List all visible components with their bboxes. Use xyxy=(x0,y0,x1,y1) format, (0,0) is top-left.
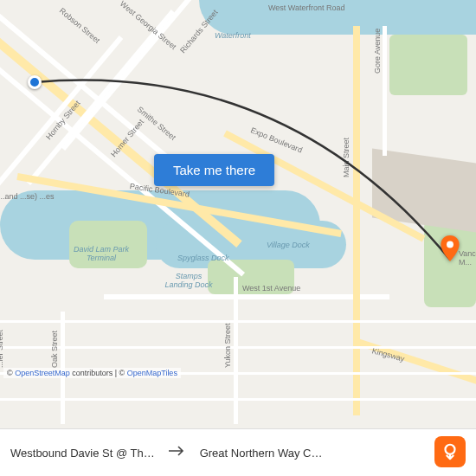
map-viewport[interactable]: Robson Street West Georgia Street West W… xyxy=(0,0,476,428)
label-falsecreek-side: ...and ...se) ...es xyxy=(0,192,55,203)
destination-marker[interactable] xyxy=(441,235,460,261)
label-waterfront-rd: West Waterfront Road xyxy=(268,3,345,12)
road-minor1 xyxy=(0,320,476,323)
road-minor2 xyxy=(0,346,476,349)
label-oak: Oak Street xyxy=(50,331,59,368)
osm-link[interactable]: OpenStreetMap xyxy=(15,369,70,377)
label-other: ...ler Street xyxy=(0,330,4,368)
map-attribution: © OpenStreetMap contributors | © OpenMap… xyxy=(3,368,181,378)
poi-davidlam: David Lam Park Terminal xyxy=(71,245,132,262)
label-yukon: Yukon Street xyxy=(223,323,232,368)
label-main: Main Street xyxy=(342,138,351,177)
svg-point-0 xyxy=(447,241,453,248)
label-richards: Richards Street xyxy=(178,8,220,55)
origin-label: Westbound Davie St @ Th… xyxy=(10,447,155,460)
label-w1st: West 1st Avenue xyxy=(242,284,300,293)
road-kingsway xyxy=(354,338,476,387)
road-main xyxy=(353,26,360,415)
road-yukon xyxy=(234,277,238,424)
label-robson: Robson Street xyxy=(58,6,102,45)
attrib-contrib: contributors | © xyxy=(70,369,127,377)
poi-stamps: Stamps Landing Dock xyxy=(163,272,215,289)
moovit-badge[interactable] xyxy=(434,436,466,467)
poi-spyglass: Spyglass Dock xyxy=(177,254,229,262)
route-summary-bar: Westbound Davie St @ Th… Great Northern … xyxy=(0,428,476,476)
origin-marker[interactable] xyxy=(28,75,42,89)
park-ne xyxy=(389,35,467,95)
take-me-there-button[interactable]: Take me there xyxy=(154,154,274,186)
label-waterfront: Waterfront xyxy=(215,31,251,40)
road-minor4 xyxy=(0,398,476,401)
road-w1st xyxy=(104,294,389,299)
destination-label: Great Northern Way C… xyxy=(200,447,323,460)
tiles-link[interactable]: OpenMapTiles xyxy=(127,369,177,377)
poi-vanc-m: Vanc... M... xyxy=(459,249,476,267)
svg-point-1 xyxy=(446,445,455,454)
label-gore: Gore Avenue xyxy=(373,29,382,74)
arrow-icon xyxy=(169,445,186,460)
poi-village: Village Dock xyxy=(267,241,310,249)
road-gore xyxy=(383,26,387,156)
